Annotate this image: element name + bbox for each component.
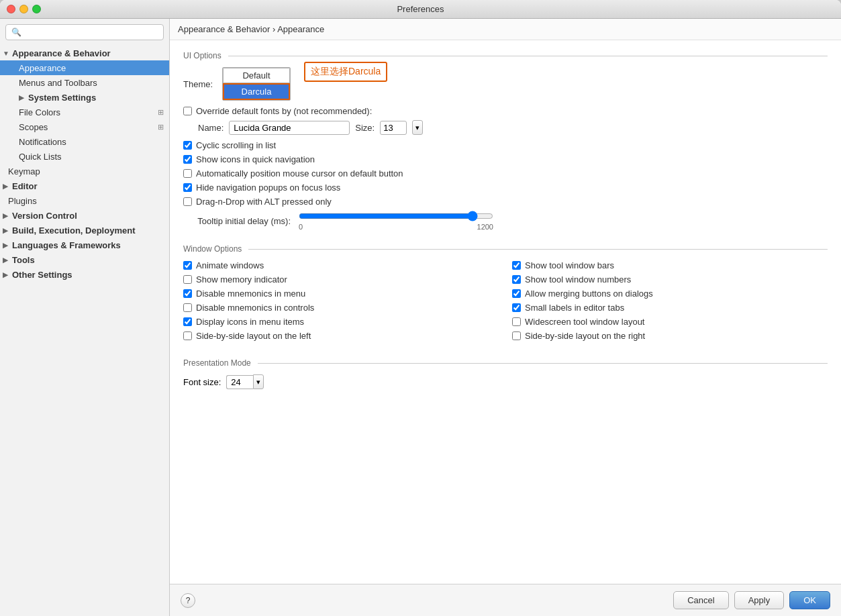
auto-position-mouse-checkbox[interactable]	[183, 169, 192, 178]
show-tool-window-numbers-checkbox[interactable]	[512, 275, 521, 284]
sidebar-item-other-settings[interactable]: ▶ Other Settings	[0, 267, 169, 282]
theme-option-default[interactable]: Default	[223, 68, 290, 83]
side-by-side-left-checkbox[interactable]	[183, 331, 192, 340]
slider-container: 0 1200	[299, 211, 493, 231]
small-labels-editor-row: Small labels in editor tabs	[512, 303, 828, 313]
ui-options-label: UI Options	[183, 51, 221, 60]
theme-dropdown[interactable]: Default Darcula	[222, 67, 291, 101]
disable-mnemonics-controls-checkbox[interactable]	[183, 303, 192, 312]
drag-drop-label: Drag-n-Drop with ALT pressed only	[196, 197, 332, 207]
override-fonts-checkbox[interactable]	[183, 107, 192, 115]
slider-max: 1200	[477, 223, 493, 231]
sidebar-item-quick-lists[interactable]: Quick Lists	[0, 149, 169, 164]
side-by-side-right-row: Side-by-side layout on the right	[512, 331, 828, 341]
show-memory-row: Show memory indicator	[183, 274, 499, 285]
disable-mnemonics-menu-checkbox[interactable]	[183, 289, 192, 298]
sidebar-item-tools[interactable]: ▶ Tools	[0, 252, 169, 267]
search-input[interactable]	[24, 28, 158, 37]
sidebar-item-label: Plugins	[8, 196, 37, 206]
sidebar-item-file-colors[interactable]: File Colors ⊞	[0, 105, 169, 119]
display-icons-menu-checkbox[interactable]	[183, 317, 192, 326]
window-title: Preferences	[397, 4, 444, 14]
sidebar-item-system-settings[interactable]: ▶ System Settings	[0, 90, 169, 105]
help-button[interactable]: ?	[181, 593, 195, 608]
small-labels-editor-label: Small labels in editor tabs	[525, 303, 624, 313]
tooltip-slider[interactable]	[299, 211, 493, 221]
disable-mnemonics-controls-row: Disable mnemonics in controls	[183, 303, 499, 313]
display-icons-menu-label: Display icons in menu items	[196, 317, 304, 327]
window-options-label: Window Options	[183, 244, 242, 254]
theme-label: Theme:	[183, 79, 217, 89]
sidebar-item-appearance[interactable]: Appearance	[0, 60, 169, 75]
show-tool-window-numbers-label: Show tool window numbers	[525, 274, 631, 285]
allow-merging-buttons-checkbox[interactable]	[512, 289, 521, 298]
animate-windows-checkbox[interactable]	[183, 261, 192, 270]
sidebar-item-label: Appearance	[19, 63, 66, 73]
sidebar-item-label: Tools	[12, 255, 35, 265]
theme-option-darcula[interactable]: Darcula	[223, 83, 290, 100]
sidebar-item-keymap[interactable]: Keymap	[0, 164, 169, 178]
sidebar-item-label: Build, Execution, Deployment	[12, 225, 135, 236]
sidebar-item-label: Other Settings	[12, 270, 72, 280]
sidebar-item-plugins[interactable]: Plugins	[0, 193, 169, 208]
sidebar-item-scopes[interactable]: Scopes ⊞	[0, 119, 169, 134]
search-icon: 🔍	[11, 28, 21, 37]
font-name-input[interactable]	[229, 121, 350, 135]
side-by-side-right-label: Side-by-side layout on the right	[525, 331, 645, 341]
ok-button[interactable]: OK	[789, 591, 830, 609]
disable-mnemonics-controls-label: Disable mnemonics in controls	[196, 303, 314, 313]
show-tool-window-bars-row: Show tool window bars	[512, 260, 828, 270]
drag-drop-checkbox[interactable]	[183, 197, 192, 206]
expand-arrow-icon: ▶	[3, 212, 11, 219]
expand-arrow-icon: ▶	[3, 256, 11, 264]
maximize-button[interactable]	[32, 5, 41, 13]
sidebar-item-appearance-behavior[interactable]: ▼ Appearance & Behavior	[0, 46, 169, 60]
minimize-button[interactable]	[19, 5, 28, 13]
widescreen-layout-checkbox[interactable]	[512, 317, 521, 326]
cancel-button[interactable]: Cancel	[673, 591, 728, 609]
theme-row: Theme: Default Darcula 这里选择Darcula	[183, 67, 828, 101]
side-by-side-left-label: Side-by-side layout on the left	[196, 331, 311, 341]
font-name-row: Name: Size: ▾	[183, 120, 828, 135]
size-dropdown-button[interactable]: ▾	[412, 120, 423, 135]
hide-nav-popups-label: Hide navigation popups on focus loss	[196, 183, 340, 193]
window-options-grid: Animate windows Show memory indicator Di…	[183, 260, 828, 345]
sidebar-item-label: Keymap	[8, 166, 40, 176]
allow-merging-buttons-row: Allow merging buttons on dialogs	[512, 289, 828, 299]
show-tool-window-numbers-row: Show tool window numbers	[512, 274, 828, 285]
side-by-side-right-checkbox[interactable]	[512, 331, 521, 340]
display-icons-menu-row: Display icons in menu items	[183, 317, 499, 327]
close-button[interactable]	[7, 5, 15, 13]
sidebar-item-label: Editor	[12, 181, 38, 191]
sidebar-item-menus-toolbars[interactable]: Menus and Toolbars	[0, 75, 169, 90]
cyclic-scrolling-label: Cyclic scrolling in list	[196, 140, 276, 150]
drag-drop-row: Drag-n-Drop with ALT pressed only	[183, 197, 828, 207]
expand-arrow-icon: ▶	[3, 227, 11, 234]
small-labels-editor-checkbox[interactable]	[512, 303, 521, 312]
sidebar-item-version-control[interactable]: ▶ Version Control	[0, 208, 169, 223]
show-icons-nav-checkbox[interactable]	[183, 155, 192, 164]
search-box[interactable]: 🔍	[5, 24, 164, 40]
sidebar-item-editor[interactable]: ▶ Editor	[0, 178, 169, 193]
allow-merging-buttons-label: Allow merging buttons on dialogs	[525, 289, 653, 299]
font-size-input[interactable]	[380, 121, 407, 135]
show-tool-window-bars-checkbox[interactable]	[512, 261, 521, 270]
hide-nav-popups-checkbox[interactable]	[183, 183, 192, 192]
expand-arrow-icon: ▶	[3, 183, 11, 190]
show-memory-checkbox[interactable]	[183, 275, 192, 284]
disable-mnemonics-menu-label: Disable mnemonics in menu	[196, 289, 305, 299]
apply-button[interactable]: Apply	[734, 591, 785, 609]
sidebar-item-label: Version Control	[12, 211, 77, 221]
sidebar-item-languages-frameworks[interactable]: ▶ Languages & Frameworks	[0, 238, 169, 252]
sidebar-item-notifications[interactable]: Notifications	[0, 134, 169, 149]
sidebar-item-build-execution[interactable]: ▶ Build, Execution, Deployment	[0, 223, 169, 238]
sidebar-item-label: File Colors	[19, 107, 60, 117]
file-colors-icon: ⊞	[158, 108, 164, 117]
sidebar-item-label: Quick Lists	[19, 152, 62, 162]
font-size-dropdown-button[interactable]: ▾	[253, 374, 264, 389]
slider-range: 0 1200	[299, 223, 493, 231]
main-panel: Appearance & Behavior › Appearance UI Op…	[170, 19, 841, 616]
annotation-tooltip: 这里选择Darcula	[304, 62, 387, 82]
cyclic-scrolling-checkbox[interactable]	[183, 141, 192, 150]
size-label: Size:	[355, 123, 375, 133]
